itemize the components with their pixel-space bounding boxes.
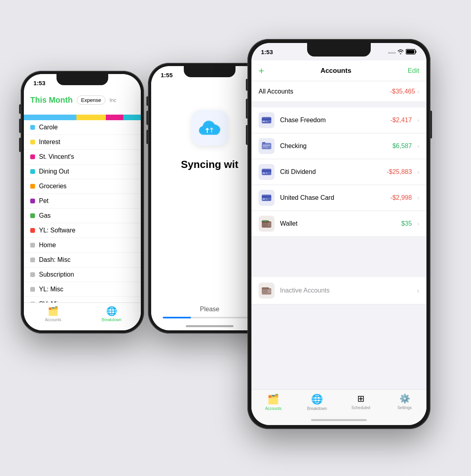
home-bar-3	[311, 419, 367, 421]
notch-2	[184, 66, 236, 77]
svg-rect-10	[262, 143, 271, 149]
account-value-citi: -$25,883	[387, 168, 412, 176]
account-row-citi[interactable]: Citi Dividend -$25,883 ›	[251, 159, 426, 185]
list-item[interactable]: Pet	[24, 194, 141, 209]
account-row-wallet[interactable]: Wallet $35 ›	[251, 211, 426, 237]
p1-tabbar: 🗂️ Accounts 🌐 Breakdown	[24, 302, 141, 330]
account-row-united-chase[interactable]: United Chase Card -$2,998 ›	[251, 185, 426, 211]
p1-categories-list: Carole Interest St. Vincent's Dining Out	[24, 120, 141, 302]
edit-button[interactable]: Edit	[408, 67, 419, 75]
tab-breakdown-3[interactable]: 🌐 Breakdown	[295, 394, 339, 411]
category-dot	[30, 258, 35, 262]
credit-card-icon	[261, 117, 272, 124]
tab-accounts-3[interactable]: 🗂️ Accounts	[251, 394, 295, 411]
category-name: YL: Misc	[39, 286, 63, 293]
breakdown-icon: 🌐	[106, 306, 117, 316]
svg-rect-15	[262, 170, 271, 172]
chevron-right-icon: ›	[417, 195, 419, 201]
svg-point-25	[269, 224, 270, 225]
cloud-icon	[199, 121, 220, 135]
syncing-title: Syncing wit	[173, 158, 246, 171]
check-icon	[261, 142, 272, 150]
list-item[interactable]: Gas	[24, 209, 141, 223]
chevron-right-icon: ›	[417, 169, 419, 175]
chevron-right-icon: ›	[417, 220, 419, 227]
bar-seg-blue	[24, 115, 76, 120]
svg-point-0	[388, 52, 390, 54]
scheduled-tab-label: Scheduled	[351, 406, 370, 410]
income-label: Inc	[109, 97, 116, 103]
accounts-label: Accounts	[45, 318, 61, 322]
list-item[interactable]: YL: Misc	[24, 282, 141, 297]
progress-fill	[163, 317, 191, 318]
list-item[interactable]: Dining Out	[24, 164, 141, 179]
scheduled-tab-icon: ⊞	[357, 394, 364, 404]
all-accounts-value: -$35,465 ›	[390, 88, 419, 95]
list-item[interactable]: St. Vincent's	[24, 150, 141, 164]
nav-title: Accounts	[321, 67, 351, 75]
list-item[interactable]: Subscription	[24, 267, 141, 282]
expense-button[interactable]: Expense	[77, 96, 106, 105]
time-3: 1:53	[261, 49, 273, 55]
account-name-wallet: Wallet	[280, 220, 396, 227]
list-item[interactable]: Interest	[24, 135, 141, 150]
account-value-wallet: $35	[401, 220, 412, 227]
list-item[interactable]: YL: Software	[24, 223, 141, 238]
this-month-label: This Month	[30, 96, 73, 105]
p1-header: This Month Expense Inc	[24, 92, 141, 107]
svg-rect-21	[266, 199, 267, 199]
all-accounts-amount: -$35,465	[390, 88, 415, 95]
all-accounts-label: All Accounts	[259, 88, 293, 95]
category-name: Groceries	[39, 183, 66, 190]
svg-rect-20	[263, 199, 265, 199]
svg-rect-14	[262, 169, 271, 175]
list-item[interactable]: Home	[24, 238, 141, 253]
inactive-accounts-row[interactable]: Inactive Accounts ›	[251, 277, 426, 304]
add-account-button[interactable]: +	[259, 65, 264, 76]
chevron-right-icon: ›	[417, 117, 419, 123]
category-dot	[30, 154, 35, 159]
bar-seg-pink	[106, 115, 123, 120]
category-dot	[30, 140, 35, 144]
svg-point-30	[269, 291, 270, 292]
account-value-checking: $6,587	[392, 142, 412, 150]
account-value-united-chase: -$2,998	[390, 194, 412, 201]
settings-tab-icon: ⚙️	[399, 394, 410, 404]
category-name: Gas	[39, 212, 51, 219]
account-row-chase-freedom[interactable]: Chase Freedom -$2,417 ›	[251, 107, 426, 133]
list-item[interactable]: SV: Misc	[24, 297, 141, 302]
category-dot	[30, 272, 35, 277]
tab-settings-3[interactable]: ⚙️ Settings	[383, 394, 426, 410]
chevron-right-icon: ›	[417, 88, 419, 95]
color-bar	[24, 115, 141, 120]
list-item[interactable]: Dash: Misc	[24, 253, 141, 267]
wallet-icon	[259, 216, 274, 232]
tab-accounts-1[interactable]: 🗂️ Accounts	[24, 306, 82, 322]
please-text: Please	[200, 306, 220, 313]
svg-rect-8	[263, 121, 265, 122]
tab-breakdown-1[interactable]: 🌐 Breakdown	[82, 306, 141, 322]
chevron-right-icon: ›	[417, 287, 419, 295]
svg-point-3	[394, 52, 395, 54]
list-item[interactable]: Carole	[24, 120, 141, 135]
cloud-icon-container	[192, 110, 228, 146]
list-item[interactable]: Groceries	[24, 179, 141, 194]
tab-scheduled-3[interactable]: ⊞ Scheduled	[339, 394, 383, 410]
category-dot	[30, 243, 35, 248]
signal-dots-icon	[388, 49, 395, 55]
svg-rect-16	[263, 173, 265, 174]
accounts-tab-icon: 🗂️	[267, 394, 279, 405]
accounts-tab-label: Accounts	[265, 406, 281, 411]
account-row-checking[interactable]: Checking $6,587 ›	[251, 133, 426, 159]
credit-card-icon	[261, 168, 272, 176]
account-name-chase-freedom: Chase Freedom	[280, 117, 385, 124]
home-bar-2	[186, 325, 234, 327]
checking-icon	[259, 138, 274, 154]
citi-icon	[259, 164, 274, 180]
svg-rect-17	[266, 173, 267, 174]
svg-rect-18	[262, 195, 271, 201]
all-accounts-row[interactable]: All Accounts -$35,465 ›	[251, 81, 426, 102]
category-dot	[30, 228, 35, 233]
time-2: 1:55	[161, 72, 173, 78]
inactive-icon	[259, 283, 274, 298]
